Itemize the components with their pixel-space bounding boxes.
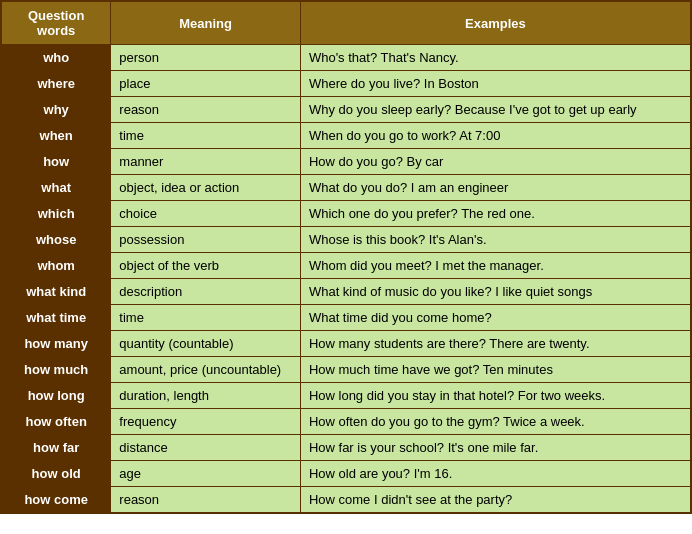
table-row: whereplaceWhere do you live? In Boston — [1, 71, 691, 97]
table-row: what timetimeWhat time did you come home… — [1, 305, 691, 331]
table-row: whyreasonWhy do you sleep early? Because… — [1, 97, 691, 123]
col-header-examples: Examples — [300, 1, 691, 45]
table-row: how fardistanceHow far is your school? I… — [1, 435, 691, 461]
question-word-cell: which — [1, 201, 111, 227]
table-row: how oftenfrequencyHow often do you go to… — [1, 409, 691, 435]
example-cell: What time did you come home? — [300, 305, 691, 331]
meaning-cell: duration, length — [111, 383, 301, 409]
question-word-cell: whose — [1, 227, 111, 253]
example-cell: How many students are there? There are t… — [300, 331, 691, 357]
meaning-cell: time — [111, 305, 301, 331]
meaning-cell: amount, price (uncountable) — [111, 357, 301, 383]
meaning-cell: distance — [111, 435, 301, 461]
question-word-cell: whom — [1, 253, 111, 279]
example-cell: Who's that? That's Nancy. — [300, 45, 691, 71]
question-word-cell: how far — [1, 435, 111, 461]
example-cell: How come I didn't see at the party? — [300, 487, 691, 514]
question-word-cell: where — [1, 71, 111, 97]
example-cell: How often do you go to the gym? Twice a … — [300, 409, 691, 435]
meaning-cell: person — [111, 45, 301, 71]
table-row: whentimeWhen do you go to work? At 7:00 — [1, 123, 691, 149]
question-word-cell: who — [1, 45, 111, 71]
table-row: whosepossessionWhose is this book? It's … — [1, 227, 691, 253]
question-word-cell: how old — [1, 461, 111, 487]
example-cell: How far is your school? It's one mile fa… — [300, 435, 691, 461]
meaning-cell: object, idea or action — [111, 175, 301, 201]
example-cell: Which one do you prefer? The red one. — [300, 201, 691, 227]
meaning-cell: reason — [111, 97, 301, 123]
example-cell: What kind of music do you like? I like q… — [300, 279, 691, 305]
question-word-cell: how long — [1, 383, 111, 409]
example-cell: How old are you? I'm 16. — [300, 461, 691, 487]
meaning-cell: choice — [111, 201, 301, 227]
table-row: how manyquantity (countable)How many stu… — [1, 331, 691, 357]
question-word-cell: what — [1, 175, 111, 201]
meaning-cell: reason — [111, 487, 301, 514]
question-word-cell: what time — [1, 305, 111, 331]
table-row: howmannerHow do you go? By car — [1, 149, 691, 175]
table-row: how muchamount, price (uncountable)How m… — [1, 357, 691, 383]
question-word-cell: how often — [1, 409, 111, 435]
question-word-cell: how many — [1, 331, 111, 357]
table-row: whopersonWho's that? That's Nancy. — [1, 45, 691, 71]
example-cell: How long did you stay in that hotel? For… — [300, 383, 691, 409]
col-header-meaning: Meaning — [111, 1, 301, 45]
meaning-cell: manner — [111, 149, 301, 175]
question-words-table: Question words Meaning Examples whoperso… — [0, 0, 692, 514]
table-row: whichchoiceWhich one do you prefer? The … — [1, 201, 691, 227]
example-cell: When do you go to work? At 7:00 — [300, 123, 691, 149]
question-word-cell: why — [1, 97, 111, 123]
table-row: how longduration, lengthHow long did you… — [1, 383, 691, 409]
meaning-cell: quantity (countable) — [111, 331, 301, 357]
meaning-cell: age — [111, 461, 301, 487]
meaning-cell: place — [111, 71, 301, 97]
example-cell: Whom did you meet? I met the manager. — [300, 253, 691, 279]
example-cell: Why do you sleep early? Because I've got… — [300, 97, 691, 123]
question-word-cell: what kind — [1, 279, 111, 305]
example-cell: What do you do? I am an engineer — [300, 175, 691, 201]
example-cell: How much time have we got? Ten minutes — [300, 357, 691, 383]
example-cell: Whose is this book? It's Alan's. — [300, 227, 691, 253]
question-word-cell: when — [1, 123, 111, 149]
meaning-cell: time — [111, 123, 301, 149]
question-word-cell: how come — [1, 487, 111, 514]
question-word-cell: how — [1, 149, 111, 175]
table-row: whomobject of the verbWhom did you meet?… — [1, 253, 691, 279]
table-row: what kinddescriptionWhat kind of music d… — [1, 279, 691, 305]
meaning-cell: possession — [111, 227, 301, 253]
table-row: how oldageHow old are you? I'm 16. — [1, 461, 691, 487]
question-word-cell: how much — [1, 357, 111, 383]
meaning-cell: object of the verb — [111, 253, 301, 279]
example-cell: How do you go? By car — [300, 149, 691, 175]
table-row: how comereasonHow come I didn't see at t… — [1, 487, 691, 514]
table-row: whatobject, idea or actionWhat do you do… — [1, 175, 691, 201]
col-header-question-words: Question words — [1, 1, 111, 45]
meaning-cell: description — [111, 279, 301, 305]
meaning-cell: frequency — [111, 409, 301, 435]
example-cell: Where do you live? In Boston — [300, 71, 691, 97]
